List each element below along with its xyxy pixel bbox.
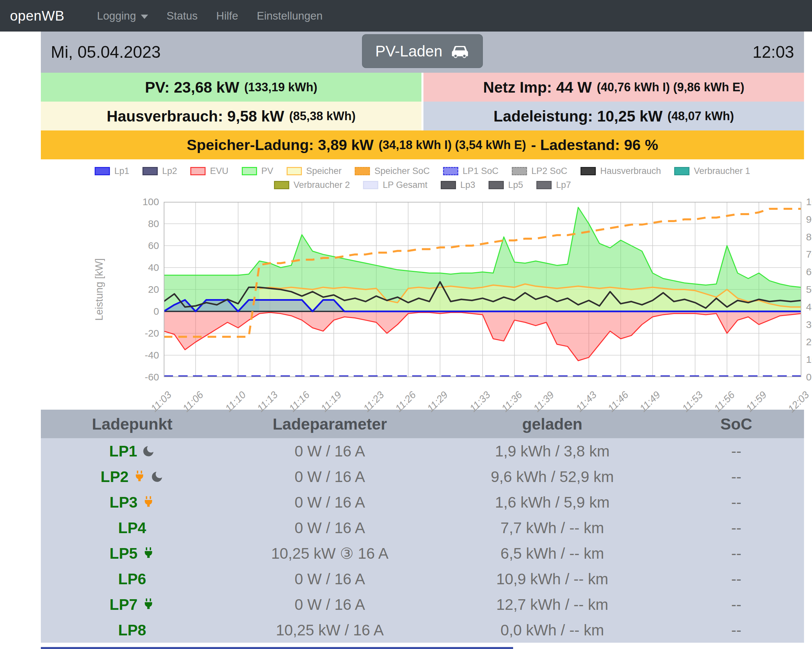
legend-item-lp1[interactable]: Lp1 [95, 166, 129, 176]
legend-item-evu[interactable]: EVU [190, 166, 229, 176]
legend-label: Hausverbrauch [600, 166, 661, 176]
charge-parameter-cell: 0 W / 16 A [223, 519, 436, 537]
nav-item-status[interactable]: Status [167, 10, 198, 22]
legend-swatch [580, 167, 596, 175]
legend-item-lp2[interactable]: Lp2 [142, 166, 177, 176]
legend-swatch [287, 167, 302, 175]
legend-item-speicher[interactable]: Speicher [287, 166, 342, 176]
charged-cell: 7,7 kWh / -- km [436, 519, 669, 537]
table-header-soc: SoC [669, 415, 804, 433]
legend-item-pv[interactable]: PV [242, 166, 273, 176]
charge-parameter-cell: 10,25 kW / 16 A [223, 621, 436, 639]
y-tick-right: 90 [806, 214, 812, 225]
legend-swatch [443, 167, 458, 175]
y-tick-right: 100 [806, 196, 812, 207]
y-tick-right: 80 [806, 232, 812, 243]
chargepoint-name: LP7 [110, 596, 137, 614]
day-header: Mi, 05.04.2023 PV-Laden 12:03 [41, 32, 804, 73]
chargepoint-cell: LP6 [41, 570, 223, 588]
tile-charge: Ladeleistung: 10,25 kW (48,07 kWh) [423, 102, 804, 131]
y-tick-right: 10 [806, 354, 812, 365]
legend-label: LP2 SoC [531, 166, 567, 176]
soc-cell: -- [669, 621, 804, 639]
y-axis-label-left: Leistung [kW] [93, 202, 105, 377]
chargepoint-cell: LP3 [41, 493, 223, 511]
legend-label: Lp1 [114, 166, 129, 176]
main-container: Mi, 05.04.2023 PV-Laden 12:03 PV: 23,68 … [41, 32, 804, 649]
chargepoint-name: LP4 [118, 519, 146, 537]
chargepoint-name: LP8 [118, 621, 146, 639]
legend-label: Verbraucher 2 [294, 180, 350, 190]
y-tick-right: 30 [806, 319, 812, 330]
legend-item-lp1-soc[interactable]: LP1 SoC [443, 166, 499, 176]
table-row-lp7: LP70 W / 16 A12,7 kWh / -- km-- [41, 591, 804, 617]
charge-energy: (48,07 kWh) [667, 109, 734, 123]
date-label: Mi, 05.04.2023 [41, 43, 161, 62]
y-tick-left: -20 [126, 328, 159, 339]
y-tick-left: 100 [126, 196, 159, 207]
y-tick-left: 80 [126, 218, 159, 229]
table-row-lp6: LP60 W / 16 A10,9 kWh / -- km-- [41, 566, 804, 591]
chargepoint-name: LP2 [101, 468, 128, 486]
legend-swatch [95, 167, 110, 175]
pv-value: PV: 23,68 kW [145, 78, 240, 96]
soc-cell: -- [669, 570, 804, 588]
legend-item-hausverbrauch[interactable]: Hausverbrauch [580, 166, 661, 176]
charged-cell: 10,9 kWh / -- km [436, 570, 669, 588]
legend-item-speicher-soc[interactable]: Speicher SoC [355, 166, 430, 176]
moon-icon [150, 470, 164, 483]
tile-grid: Netz Imp: 44 W (40,76 kWh I) (9,86 kWh E… [423, 73, 804, 102]
car-icon [450, 44, 470, 58]
table-row-lp5: LP510,25 kW ③ 16 A6,5 kWh / -- km-- [41, 541, 804, 566]
legend-item-verbraucher-2[interactable]: Verbraucher 2 [274, 180, 350, 190]
y-tick-right: 60 [806, 266, 812, 277]
y-tick-left: 60 [126, 240, 159, 251]
battery-banner: Speicher-Ladung: 3,89 kW (34,18 kWh I) (… [41, 131, 804, 159]
navbar: openWB LoggingStatusHilfeEinstellungen [0, 0, 812, 32]
charge-parameter-cell: 0 W / 16 A [223, 493, 436, 511]
legend-label: Lp5 [508, 180, 523, 190]
charge-parameter-cell: 0 W / 16 A [223, 570, 436, 588]
chargepoint-cell: LP5 [41, 544, 223, 562]
charged-cell: 0,0 kWh / -- km [436, 621, 669, 639]
status-tiles: PV: 23,68 kW (133,19 kWh) Netz Imp: 44 W… [41, 73, 804, 131]
legend-item-lp2-soc[interactable]: LP2 SoC [512, 166, 567, 176]
legend-item-lp5[interactable]: Lp5 [488, 180, 523, 190]
nav-item-einstellungen[interactable]: Einstellungen [257, 10, 322, 22]
legend-item-verbraucher-1[interactable]: Verbraucher 1 [674, 166, 750, 176]
grid-energy: (40,76 kWh I) (9,86 kWh E) [597, 80, 744, 94]
legend-label: LP Gesamt [383, 180, 427, 190]
legend-label: Lp2 [162, 166, 177, 176]
table-row-lp1: LP10 W / 16 A1,9 kWh / 3,8 km-- [41, 438, 804, 464]
charged-cell: 1,9 kWh / 3,8 km [436, 442, 669, 460]
legend-label: PV [261, 166, 273, 176]
grid-value: Netz Imp: 44 W [483, 78, 592, 96]
legend-item-lp7[interactable]: Lp7 [536, 180, 571, 190]
charge-parameter-cell: 0 W / 16 A [223, 442, 436, 460]
legend-label: Lp7 [556, 180, 571, 190]
battery-energy: (34,18 kWh I) (3,54 kWh E) [379, 138, 526, 152]
legend-swatch [242, 167, 257, 175]
table-row-lp3: LP30 W / 16 A1,6 kWh / 5,9 km-- [41, 489, 804, 515]
battery-power: Speicher-Ladung: 3,89 kW [187, 136, 374, 154]
house-value: Hausverbrauch: 9,58 kW [107, 107, 284, 125]
battery-soc: - Ladestand: 96 % [531, 136, 658, 154]
chargepoint-cell: LP4 [41, 519, 223, 537]
table-row-lp4: LP40 W / 16 A7,7 kWh / -- km-- [41, 515, 804, 541]
y-tick-left: -60 [126, 372, 159, 383]
app-brand[interactable]: openWB [10, 8, 64, 24]
chargepoint-name: LP1 [109, 442, 137, 460]
charge-mode-button[interactable]: PV-Laden [362, 34, 483, 68]
tile-pv: PV: 23,68 kW (133,19 kWh) [41, 73, 421, 102]
legend-item-lp-gesamt[interactable]: LP Gesamt [363, 180, 427, 190]
table-row-lp8: LP810,25 kW / 16 A0,0 kWh / -- km-- [41, 617, 804, 643]
legend-label: Speicher SoC [374, 166, 430, 176]
tile-house: Hausverbrauch: 9,58 kW (85,38 kWh) [41, 102, 421, 131]
legend-swatch [363, 181, 378, 189]
legend-item-lp3[interactable]: Lp3 [441, 180, 475, 190]
soc-cell: -- [669, 596, 804, 614]
charged-cell: 9,6 kWh / 52,9 km [436, 468, 669, 486]
nav-item-hilfe[interactable]: Hilfe [216, 10, 238, 22]
nav-item-logging[interactable]: Logging [97, 10, 148, 22]
chargepoint-name: LP3 [110, 493, 137, 511]
